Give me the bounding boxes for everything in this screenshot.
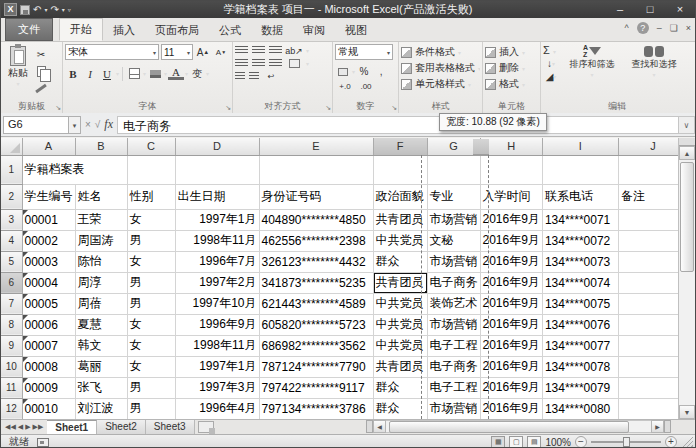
cell-F8[interactable]: 中共党员 — [373, 314, 427, 335]
tab-review[interactable]: 审阅 — [293, 20, 335, 41]
error-indicator-icon[interactable] — [23, 294, 28, 299]
cell-E8[interactable]: 605820********5723 — [259, 314, 373, 335]
zoom-in-icon[interactable]: + — [665, 436, 677, 448]
zoom-level[interactable]: 100% — [545, 437, 571, 448]
cell-C12[interactable]: 男 — [127, 398, 175, 419]
cell-E3[interactable]: 404890********4850 — [259, 209, 373, 230]
cell-D11[interactable]: 1997年3月 — [175, 377, 259, 398]
cell-F10[interactable]: 共青团员 — [373, 356, 427, 377]
scroll-down-icon[interactable]: ▼ — [679, 405, 695, 419]
expand-formula-bar-icon[interactable]: ∨ — [678, 116, 695, 134]
select-all-corner[interactable] — [1, 138, 22, 155]
font-dialog-launcher-icon[interactable]: ↘ — [225, 104, 231, 112]
cell-B9[interactable]: 韩文 — [75, 335, 127, 356]
row-header-7[interactable]: 7 — [1, 293, 22, 314]
cell-G9[interactable]: 电子工程 — [427, 335, 480, 356]
horizontal-split-handle[interactable] — [664, 420, 671, 433]
increase-indent-icon[interactable] — [249, 72, 259, 81]
merge-dropdown-icon[interactable]: ▾ — [306, 60, 309, 67]
tab-formulas[interactable]: 公式 — [209, 20, 251, 41]
sort-filter-button[interactable]: AZ 排序和筛选 ▾ — [563, 44, 621, 82]
cell-H8[interactable]: 2016年9月 — [480, 314, 542, 335]
cell-B6[interactable]: 周淳 — [75, 272, 127, 293]
insert-worksheet-icon[interactable] — [198, 421, 214, 433]
cell-H2[interactable]: 入学时间 — [480, 184, 542, 209]
tab-split-handle[interactable] — [366, 420, 373, 433]
cell-A2[interactable]: 学生编号 — [22, 184, 75, 209]
vertical-scrollbar[interactable]: ▲ ▼ — [678, 138, 695, 419]
font-color-dropdown-icon[interactable]: ▾ — [185, 70, 188, 77]
cell-H6[interactable]: 2016年9月 — [480, 272, 542, 293]
tab-home[interactable]: 开始 — [59, 18, 103, 41]
cell-D9[interactable]: 1998年11月 — [175, 335, 259, 356]
cell-F3[interactable]: 共青团员 — [373, 209, 427, 230]
font-name-combo[interactable]: 宋体▾ — [65, 44, 159, 60]
orientation-dropdown-icon[interactable]: ▾ — [306, 47, 309, 54]
column-header-C[interactable]: C — [127, 138, 175, 155]
clipboard-dialog-launcher-icon[interactable]: ↘ — [55, 104, 61, 112]
minimize-button[interactable]: – — [605, 1, 635, 18]
row-header-6[interactable]: 6 — [1, 272, 22, 293]
collapse-ribbon-icon[interactable]: ^ — [624, 23, 628, 33]
clear-icon[interactable]: ◢▾ — [543, 70, 559, 82]
cell-E12[interactable]: 797134********3786 — [259, 398, 373, 419]
cell-D6[interactable]: 1997年2月 — [175, 272, 259, 293]
cell-D7[interactable]: 1997年10月 — [175, 293, 259, 314]
first-sheet-icon[interactable]: ◀◀ — [5, 423, 16, 431]
cell-C5[interactable]: 女 — [127, 251, 175, 272]
cell-styles-button[interactable]: 单元格样式▾ — [401, 76, 480, 92]
error-indicator-icon[interactable] — [23, 231, 28, 236]
decrease-decimal-icon[interactable]: .00 — [356, 79, 376, 94]
borders-dropdown-icon[interactable]: ▾ — [143, 70, 146, 77]
cell-C6[interactable]: 男 — [127, 272, 175, 293]
vertical-split-handle[interactable] — [679, 138, 695, 146]
workbook-restore-icon[interactable]: ❏ — [670, 23, 678, 33]
column-header-E[interactable]: E — [259, 138, 373, 155]
cell-B10[interactable]: 葛丽 — [75, 356, 127, 377]
cell-I12[interactable]: 134****0080 — [542, 398, 618, 419]
cell-C3[interactable]: 女 — [127, 209, 175, 230]
cell-B8[interactable]: 夏慧 — [75, 314, 127, 335]
number-dialog-launcher-icon[interactable]: ↘ — [391, 104, 397, 112]
zoom-slider-thumb[interactable] — [623, 437, 630, 447]
decrease-indent-icon[interactable] — [235, 72, 245, 81]
formula-input[interactable]: 电子商务 — [117, 116, 678, 134]
sheet-tab-sheet2[interactable]: Sheet2 — [97, 420, 146, 434]
tab-file[interactable]: 文件 — [5, 18, 53, 41]
accounting-format-icon[interactable] — [335, 64, 351, 79]
format-painter-icon[interactable] — [33, 81, 49, 96]
error-indicator-icon[interactable] — [23, 378, 28, 383]
underline-dropdown-icon[interactable]: ▾ — [116, 70, 119, 77]
fill-handle[interactable] — [425, 291, 428, 294]
cell-I2[interactable]: 联系电话 — [542, 184, 618, 209]
cell-A5[interactable]: 00003 — [22, 251, 75, 272]
cell-F7[interactable]: 中共党员 — [373, 293, 427, 314]
cell-E7[interactable]: 621443********4589 — [259, 293, 373, 314]
cell-C9[interactable]: 女 — [127, 335, 175, 356]
tab-data[interactable]: 数据 — [251, 20, 293, 41]
cell-H7[interactable]: 2016年9月 — [480, 293, 542, 314]
row-header-8[interactable]: 8 — [1, 314, 22, 335]
row-header-1[interactable]: 1 — [1, 155, 22, 184]
page-layout-view-icon[interactable]: ▢ — [509, 436, 523, 448]
insert-function-icon[interactable]: fx — [104, 117, 113, 132]
row-header-12[interactable]: 12 — [1, 398, 22, 419]
error-indicator-icon[interactable] — [23, 210, 28, 215]
conditional-formatting-button[interactable]: 条件格式▾ — [401, 44, 480, 60]
bold-button[interactable]: B — [65, 66, 81, 81]
cell-A8[interactable]: 00006 — [22, 314, 75, 335]
redo-icon[interactable]: ↷ — [50, 2, 58, 17]
cell-A1[interactable]: 学籍档案表 — [22, 155, 127, 184]
cell-E10[interactable]: 787124********7790 — [259, 356, 373, 377]
column-header-F[interactable]: F — [373, 138, 427, 155]
cell-G10[interactable]: 电子商务 — [427, 356, 480, 377]
cell-F12[interactable]: 群众 — [373, 398, 427, 419]
customize-qat-icon[interactable]: ▿ — [68, 6, 71, 13]
error-indicator-icon[interactable] — [23, 315, 28, 320]
row-header-2[interactable]: 2 — [1, 184, 22, 209]
cell-I5[interactable]: 134****0073 — [542, 251, 618, 272]
cell-H12[interactable]: 2016年9月 — [480, 398, 542, 419]
error-indicator-icon[interactable] — [23, 252, 28, 257]
cell-G3[interactable]: 市场营销 — [427, 209, 480, 230]
cell-I10[interactable]: 134****0078 — [542, 356, 618, 377]
